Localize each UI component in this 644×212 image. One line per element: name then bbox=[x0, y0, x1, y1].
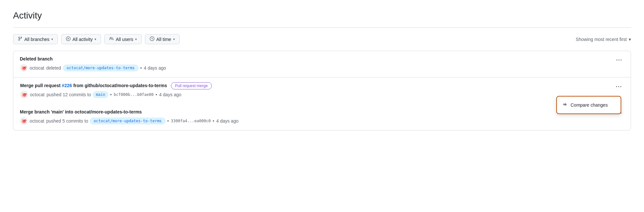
action-area bbox=[614, 56, 624, 65]
users-filter[interactable]: All users ▾ bbox=[104, 34, 142, 44]
users-filter-label: All users bbox=[116, 37, 133, 42]
item-content: Merge pull request #226 from github/octo… bbox=[20, 83, 613, 99]
activity-chevron-icon: ▾ bbox=[95, 37, 96, 41]
filters-row: All branches ▾ All activity ▾ All users … bbox=[13, 34, 631, 44]
sort-dropdown[interactable]: Showing most recent first ▾ bbox=[576, 37, 631, 42]
actor-name: octocat bbox=[30, 118, 44, 124]
activity-item-deleted-branch: Deleted branch 🐙 octocat deleted octocat… bbox=[13, 51, 631, 77]
activity-detail: 🐙 octocat deleted octocat/more-updates-t… bbox=[20, 64, 614, 72]
timestamp: 4 days ago bbox=[216, 118, 238, 124]
compare-changes-label: Compare changes bbox=[571, 102, 608, 108]
timestamp: 4 days ago bbox=[144, 65, 166, 71]
target-branch-tag[interactable]: main bbox=[93, 91, 108, 98]
time-filter-label: All time bbox=[156, 37, 171, 42]
action-text: pushed 12 commits to bbox=[46, 92, 91, 97]
sha-text: bcf000b...b0fae00 bbox=[114, 92, 154, 97]
separator: • bbox=[167, 118, 169, 124]
users-chevron-icon: ▾ bbox=[135, 37, 137, 41]
action-text: deleted bbox=[46, 65, 61, 71]
item-header: Merge pull request #226 from github/octo… bbox=[20, 83, 624, 99]
more-options-button[interactable] bbox=[614, 56, 624, 65]
activity-page: Activity All branches ▾ All activity ▾ bbox=[0, 0, 644, 143]
branch-tag[interactable]: octocat/more-updates-to-terms bbox=[90, 118, 165, 124]
branches-filter[interactable]: All branches ▾ bbox=[13, 34, 58, 44]
activity-filter-label: All activity bbox=[72, 37, 93, 42]
activity-type: Deleted branch bbox=[20, 56, 614, 61]
branch-tag[interactable]: octocat/more-updates-to-terms bbox=[63, 65, 138, 71]
page-title: Activity bbox=[13, 10, 631, 21]
filters-left: All branches ▾ All activity ▾ All users … bbox=[13, 34, 180, 44]
activity-icon bbox=[66, 36, 71, 42]
compare-changes-item[interactable]: Compare changes bbox=[557, 99, 621, 112]
item-content: Deleted branch 🐙 octocat deleted octocat… bbox=[20, 56, 614, 72]
activity-detail: 🐙 octocat pushed 5 commits to octocat/mo… bbox=[20, 117, 614, 125]
clock-icon bbox=[150, 36, 154, 42]
actor-name: octocat bbox=[30, 92, 45, 97]
item-header: Merge branch 'main' into octocat/more-up… bbox=[20, 109, 624, 125]
activity-detail: 🐙 octocat pushed 12 commits to main • bc… bbox=[20, 91, 613, 99]
separator2: • bbox=[213, 118, 214, 124]
divider bbox=[13, 27, 631, 28]
action-area: Compare changes bbox=[613, 83, 624, 92]
compare-changes-dropdown: Compare changes bbox=[556, 96, 621, 114]
time-chevron-icon: ▾ bbox=[173, 37, 175, 41]
activity-item-merge-pr: Merge pull request #226 from github/octo… bbox=[13, 77, 631, 104]
compare-icon bbox=[563, 102, 568, 108]
activity-type: Merge branch 'main' into octocat/more-up… bbox=[20, 109, 614, 114]
sort-label-text: Showing most recent first bbox=[576, 37, 627, 42]
actor-name: octocat bbox=[30, 65, 44, 71]
pr-badge: Pull request merge bbox=[171, 82, 212, 89]
timestamp: 4 days ago bbox=[159, 92, 182, 97]
branches-filter-label: All branches bbox=[24, 37, 49, 42]
avatar: 🐙 bbox=[20, 91, 28, 99]
activity-filter[interactable]: All activity ▾ bbox=[61, 34, 101, 44]
activity-type: Merge pull request #226 from github/octo… bbox=[20, 83, 613, 88]
pr-link[interactable]: #226 bbox=[62, 83, 72, 88]
separator: • bbox=[110, 92, 112, 97]
separator2: • bbox=[156, 92, 157, 97]
users-icon bbox=[109, 36, 114, 42]
activity-list: Deleted branch 🐙 octocat deleted octocat… bbox=[13, 51, 631, 130]
item-header: Deleted branch 🐙 octocat deleted octocat… bbox=[20, 56, 624, 72]
sort-chevron-icon: ▾ bbox=[629, 37, 631, 42]
time-filter[interactable]: All time ▾ bbox=[145, 34, 180, 44]
branch-icon bbox=[18, 36, 22, 42]
branches-chevron-icon: ▾ bbox=[51, 37, 53, 41]
activity-item-merge-branch: Merge branch 'main' into octocat/more-up… bbox=[13, 104, 631, 130]
avatar: 🐙 bbox=[20, 117, 28, 125]
more-options-button[interactable] bbox=[613, 83, 624, 92]
sha-text: 3300fa4...ea000c0 bbox=[171, 119, 211, 123]
action-text: pushed 5 commits to bbox=[46, 118, 88, 124]
item-content: Merge branch 'main' into octocat/more-up… bbox=[20, 109, 614, 125]
avatar: 🐙 bbox=[20, 64, 28, 72]
separator: • bbox=[140, 65, 142, 71]
